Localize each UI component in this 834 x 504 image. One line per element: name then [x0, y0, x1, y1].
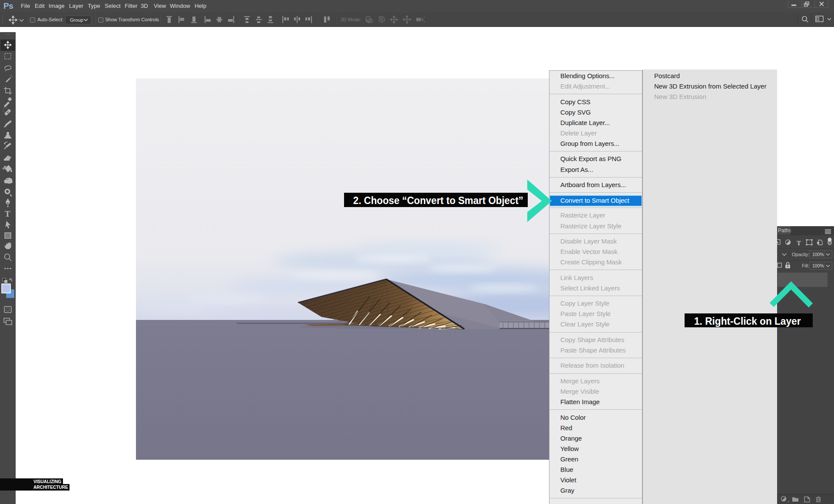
svg-text:T: T [797, 240, 801, 247]
svg-text:T: T [5, 209, 10, 218]
